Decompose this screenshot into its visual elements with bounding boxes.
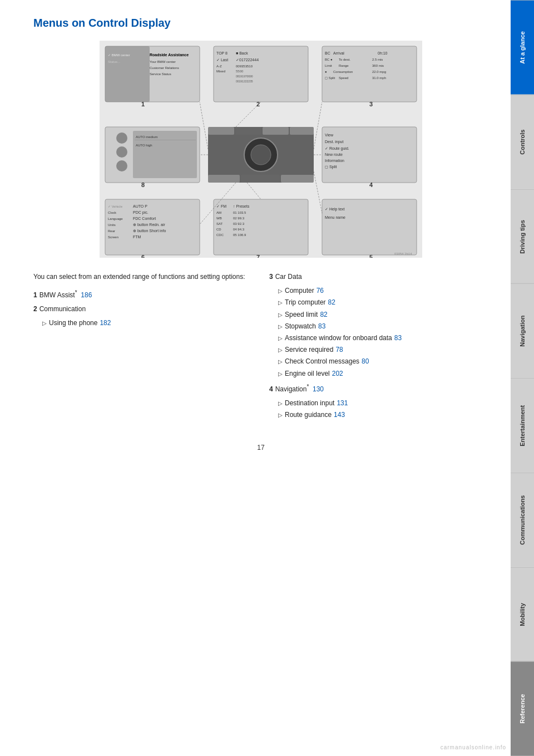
svg-text:02  99.3: 02 99.3 [233,217,245,220]
svg-text:View: View [325,133,334,137]
sidebar: At a glance Controls Driving tips Naviga… [511,0,534,756]
arrow-icon: ▷ [278,370,283,379]
item-1-label: BMW Assist [39,291,75,299]
svg-text:Customer Relations: Customer Relations [150,66,179,70]
svg-text:Screen: Screen [108,235,118,239]
svg-point-51 [116,146,127,158]
sidebar-tab-mobility[interactable]: Mobility [511,567,534,662]
svg-text:6: 6 [141,254,145,258]
svg-text:03054 2b14: 03054 2b14 [394,252,412,256]
sidebar-tab-label: Driving tips [519,220,526,254]
item-4-number: 4 [269,385,273,393]
item-3-sub-1: ▷ Computer 76 [278,286,488,296]
sidebar-tab-label: Entertainment [519,405,526,446]
item-3: 3Car Data [269,272,488,282]
sub-item-page: 202 [332,369,343,379]
svg-text:5: 5 [369,254,373,258]
arrow-icon: ▷ [278,322,283,331]
sidebar-tab-communications[interactable]: Communications [511,473,534,567]
svg-text:2: 2 [256,101,260,107]
diagram-area: Roadside Assistance Your BMW center Cust… [33,41,488,258]
svg-text:✓ BMW center: ✓ BMW center [108,53,130,57]
svg-text:CDC: CDC [216,233,224,237]
arrow-icon: ▷ [278,334,283,343]
sidebar-tab-label: Reference [519,694,526,724]
svg-text:03  92.3: 03 92.3 [233,222,245,225]
svg-text:22.0 mpg: 22.0 mpg [372,70,386,73]
sidebar-tab-controls[interactable]: Controls [511,95,534,189]
svg-text:01  103.5: 01 103.5 [233,211,246,214]
svg-rect-9 [241,175,280,183]
svg-text:BC ●: BC ● [325,58,333,61]
svg-text:04  94.3: 04 94.3 [233,228,245,231]
main-content: Menus on Control Display Roadside Assist… [0,0,511,474]
item-3-sub-5: ▷ Assistance window for onboard data 83 [278,333,488,343]
svg-text:00191222235: 00191222235 [236,80,253,83]
svg-text:1: 1 [141,101,145,107]
svg-rect-80 [214,199,308,255]
sidebar-tab-driving-tips[interactable]: Driving tips [511,189,534,284]
sub-item-page: 82 [320,310,327,320]
arrow-icon: ▷ [278,411,283,420]
svg-text:✓ FM: ✓ FM [216,204,226,208]
item-4-page: 130 [313,385,324,393]
svg-text:●: ● [325,70,327,73]
item-1: 1BMW Assist* 186 [33,288,253,301]
sidebar-tab-label: Mobility [519,603,526,626]
arrow-icon: ▷ [278,357,283,366]
svg-text:Units: Units [108,223,116,227]
sub-item-text: Route guidance [285,410,332,420]
svg-text:↑ Presets: ↑ Presets [233,204,250,208]
col-left: You can select from an extended range of… [33,272,253,421]
svg-text:Service Status: Service Status [150,72,171,76]
page-title: Menus on Control Display [33,17,488,30]
svg-point-50 [116,132,127,144]
sub-item-text: Using the phone [49,318,97,328]
item-3-number: 3 [269,273,273,281]
svg-text:5500: 5500 [236,70,244,73]
item-1-number: 1 [33,291,37,299]
arrow-icon: ▷ [278,311,283,320]
item-2-sub-1: ▷ Using the phone 182 [42,318,253,328]
svg-text:Limit: Limit [325,64,332,67]
svg-text:0h:10: 0h:10 [378,51,388,55]
sidebar-tab-reference[interactable]: Reference [511,661,534,756]
item-4-sub-2: ▷ Route guidance 143 [278,410,488,420]
page-number: 17 [33,444,488,451]
sidebar-tab-label: Communications [519,495,526,545]
svg-text:009353510: 009353510 [236,65,253,68]
sidebar-tab-at-a-glance[interactable]: At a glance [511,0,534,95]
item-3-sub-6: ▷ Service required 78 [278,345,488,355]
svg-text:Clock: Clock [108,211,117,214]
sub-item-text: Speed limit [285,310,318,320]
svg-text:A-Z: A-Z [216,65,222,68]
sub-item-text: Destination input [285,398,334,409]
svg-text:Roadside Assistance: Roadside Assistance [150,53,189,57]
sub-item-page: 82 [328,297,335,308]
svg-point-3 [251,145,271,165]
svg-rect-4 [208,127,234,135]
svg-text:8: 8 [141,181,145,188]
svg-text:Information: Information [325,159,344,163]
svg-text:New route: New route [325,153,343,156]
svg-text:AUTO medium: AUTO medium [136,135,158,139]
item-2-number: 2 [33,305,37,313]
intro-text: You can select from an extended range of… [33,272,253,282]
sidebar-tab-navigation[interactable]: Navigation [511,283,534,378]
svg-text:PDC pic.: PDC pic. [133,210,149,215]
svg-text:Range: Range [339,64,349,67]
item-1-star: * [75,289,77,296]
svg-text:⊕ button   Short info: ⊕ button Short info [133,229,166,233]
sub-item-page: 131 [337,398,348,409]
arrow-icon: ▷ [42,319,47,328]
svg-text:31.0 mph: 31.0 mph [372,76,386,80]
svg-rect-20 [214,46,308,102]
svg-text:3: 3 [369,101,373,107]
svg-text:To dest.: To dest. [339,58,350,61]
sub-item-text: Engine oil level [285,369,330,379]
sub-item-text: Check Control messages [285,356,359,367]
sidebar-tab-entertainment[interactable]: Entertainment [511,378,534,473]
svg-rect-6 [263,127,289,135]
sidebar-tab-label: At a glance [519,31,526,64]
svg-rect-8 [208,175,240,183]
